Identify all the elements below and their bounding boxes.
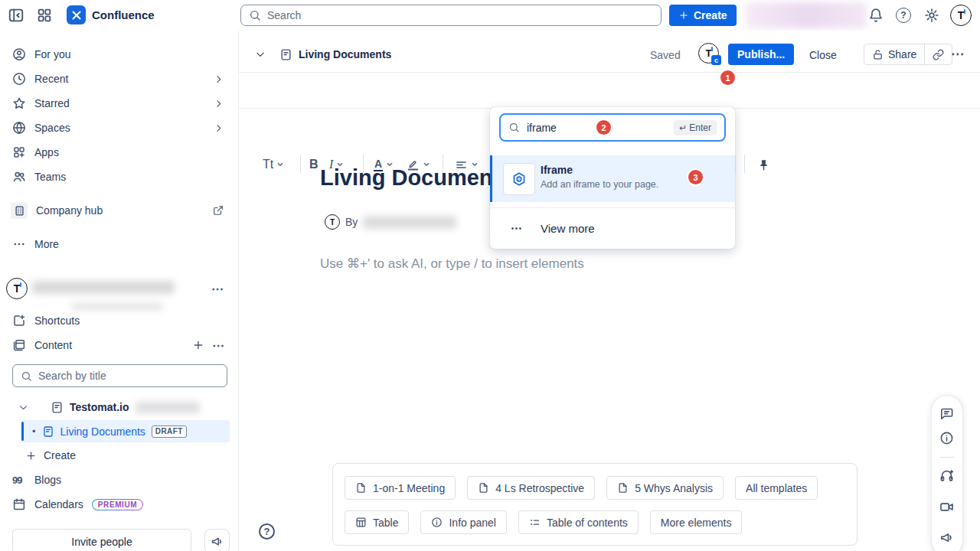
result-description: Add an iframe to your page.: [541, 179, 658, 190]
confluence-logo-icon[interactable]: [67, 5, 86, 24]
invite-people-button[interactable]: Invite people: [12, 529, 191, 551]
tree-item-current-page[interactable]: • Living Documents DRAFT: [21, 420, 230, 442]
byline-prefix: By: [345, 216, 358, 228]
feedback-megaphone-icon[interactable]: [939, 530, 954, 545]
unlock-icon: [872, 49, 884, 60]
details-info-icon[interactable]: [939, 431, 954, 445]
iframe-icon: [503, 163, 535, 195]
sidebar-item-teams[interactable]: Teams: [0, 165, 239, 189]
app-name: Confluence: [92, 8, 155, 21]
video-icon[interactable]: [939, 500, 954, 514]
redacted-space-name: [32, 281, 175, 294]
enter-key-hint: ↵ Enter: [674, 120, 717, 135]
template-button-5whys[interactable]: 5 Whys Analysis: [606, 476, 724, 500]
global-search-input[interactable]: [267, 9, 653, 21]
editor-help-icon[interactable]: ?: [259, 523, 275, 540]
search-icon: [508, 122, 520, 133]
sidebar-item-blogs[interactable]: 99 Blogs: [0, 469, 239, 491]
create-button[interactable]: Create: [669, 5, 737, 26]
share-button[interactable]: Share: [864, 44, 924, 64]
publish-button[interactable]: Publish...: [728, 44, 794, 65]
comments-icon[interactable]: [939, 406, 954, 421]
header-page-title: Living Documents: [299, 48, 391, 60]
sidebar-item-more[interactable]: More: [0, 232, 239, 256]
space-more-icon[interactable]: ⋯: [211, 282, 224, 296]
bold-button[interactable]: B: [309, 155, 318, 174]
app-switcher-icon[interactable]: [36, 7, 53, 24]
byline: T By: [325, 214, 456, 230]
close-button[interactable]: Close: [809, 49, 837, 61]
building-icon: [11, 202, 28, 219]
sidebar-item-for-you[interactable]: For you: [0, 42, 239, 67]
sidebar-item-recent[interactable]: Recent: [0, 67, 239, 91]
profile-avatar[interactable]: T: [950, 5, 972, 26]
editor-ai-placeholder[interactable]: Use ⌘+' to ask AI, or type / to insert e…: [320, 256, 584, 272]
view-more-item[interactable]: View more: [490, 208, 735, 249]
external-link-icon: [213, 205, 224, 216]
sidebar-item-starred[interactable]: Starred: [0, 91, 239, 116]
pin-toolbar-icon[interactable]: [757, 155, 770, 174]
premium-badge: PREMIUM: [92, 499, 143, 510]
sidebar-item-content[interactable]: Content ⋯: [0, 334, 239, 357]
redacted-tree-text: [136, 402, 200, 413]
chevron-right-icon[interactable]: [214, 74, 224, 84]
annotation-step-2: 2: [596, 120, 611, 135]
notifications-icon[interactable]: [868, 8, 884, 23]
tree-item-space-root[interactable]: Testomat.io: [18, 397, 200, 417]
text-style-button[interactable]: Tt: [263, 155, 285, 174]
document-title[interactable]: Living Documents: [320, 165, 512, 191]
ellipsis-icon: [510, 222, 523, 235]
insert-element-menu: ↵ Enter 2 Iframe Add an iframe to your p…: [490, 107, 735, 249]
bullet-glyph: •: [32, 425, 36, 437]
header-more-icon[interactable]: ⋯: [951, 46, 964, 62]
help-icon[interactable]: ?: [896, 8, 911, 23]
sidebar-item-shortcuts[interactable]: Shortcuts: [0, 309, 239, 332]
content-more-icon[interactable]: ⋯: [212, 338, 224, 353]
template-button-1on1[interactable]: 1-on-1 Meeting: [345, 476, 456, 500]
announce-megaphone-button[interactable]: [204, 529, 230, 551]
draft-badge: DRAFT: [152, 425, 187, 438]
all-templates-button[interactable]: All templates: [735, 476, 818, 500]
sidebar-item-apps[interactable]: Apps: [0, 140, 239, 165]
template-suggestions-panel: 1-on-1 Meeting 4 Ls Retrospective 5 Whys…: [332, 463, 858, 546]
search-icon: [21, 370, 32, 382]
redacted-author-name: [363, 216, 456, 229]
support-headset-icon[interactable]: [939, 468, 954, 483]
chevron-down-icon[interactable]: [18, 403, 28, 412]
collaborator-avatar[interactable]: T c: [698, 43, 719, 64]
right-rail: [932, 396, 962, 551]
chevron-right-icon[interactable]: [214, 99, 224, 109]
saved-status: Saved: [650, 49, 681, 61]
space-avatar[interactable]: T: [6, 278, 28, 299]
sidebar: For you Recent Starred Spaces Apps Teams…: [0, 31, 239, 551]
copy-link-icon[interactable]: [925, 44, 952, 64]
add-content-icon[interactable]: [192, 339, 204, 351]
global-search[interactable]: [240, 5, 662, 26]
content-search[interactable]: [12, 364, 227, 387]
collapse-sidebar-icon[interactable]: [8, 7, 24, 24]
selection-indicator-bar: [21, 422, 24, 441]
insert-search[interactable]: ↵ Enter: [499, 113, 726, 142]
author-avatar[interactable]: T: [325, 214, 340, 230]
sidebar-item-calendars[interactable]: Calendars PREMIUM: [0, 494, 239, 515]
insert-info-panel-button[interactable]: Info panel: [420, 510, 507, 534]
collapse-title-chevron-icon[interactable]: [255, 49, 266, 60]
redacted-banner: [746, 2, 867, 28]
plus-icon: [678, 10, 689, 21]
sidebar-item-spaces[interactable]: Spaces: [0, 116, 239, 140]
more-elements-button[interactable]: More elements: [650, 510, 743, 534]
sidebar-item-company-hub[interactable]: Company hub: [0, 198, 239, 223]
settings-gear-icon[interactable]: [924, 8, 939, 23]
page-header: Living Documents Saved T c Publish... Cl…: [239, 31, 980, 73]
page-icon: [279, 48, 292, 61]
search-icon: [249, 9, 261, 21]
tree-create-button[interactable]: Create: [25, 445, 76, 466]
insert-toc-button[interactable]: Table of contents: [518, 510, 639, 534]
template-button-4ls[interactable]: 4 Ls Retrospective: [467, 476, 595, 500]
chevron-right-icon[interactable]: [214, 123, 224, 133]
insert-table-button[interactable]: Table: [345, 510, 409, 534]
annotation-step-3: 3: [688, 170, 703, 184]
blogs-quote-icon: 99: [12, 474, 26, 486]
editor-toolbar: Tt B I A @ 1: [239, 73, 980, 109]
content-search-input[interactable]: [38, 370, 219, 382]
